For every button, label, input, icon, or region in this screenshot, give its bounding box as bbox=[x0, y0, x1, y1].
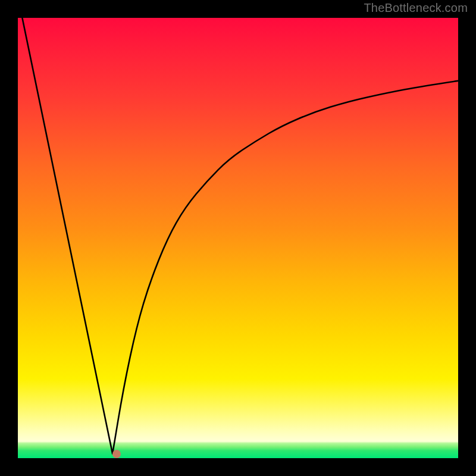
curve-svg bbox=[18, 18, 458, 458]
bottleneck-curve bbox=[22, 18, 458, 454]
attribution-label: TheBottleneck.com bbox=[364, 1, 468, 15]
plot-area bbox=[18, 18, 458, 458]
chart-frame: TheBottleneck.com bbox=[0, 0, 476, 476]
minimum-marker-dot bbox=[112, 450, 121, 458]
